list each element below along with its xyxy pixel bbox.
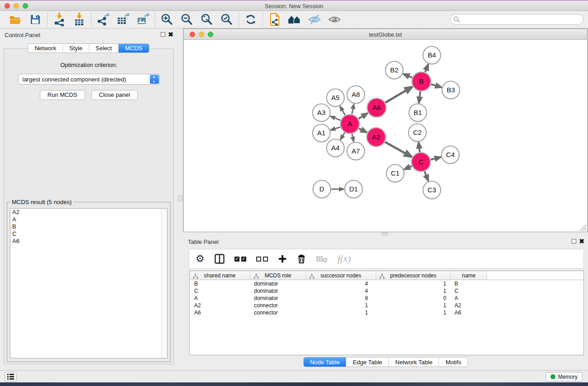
edge-C-C3[interactable] [425,172,428,181]
graph-node-A2[interactable]: A2 [367,128,386,147]
edge-A-A7[interactable] [352,134,354,142]
table-row[interactable]: A2connector11A2 [190,302,583,309]
cell-shared_name[interactable]: A6 [190,309,250,316]
edge-A6-B[interactable] [385,87,412,103]
column-header-name[interactable]: name [451,271,487,280]
edge-A-A1[interactable] [330,127,340,130]
zoom-fit-icon[interactable] [200,12,214,27]
tab-style[interactable]: Style [63,44,89,52]
refresh-icon[interactable] [244,12,258,27]
open-file-icon[interactable] [8,12,23,27]
result-item[interactable]: A [10,216,167,223]
column-header-shared-name[interactable]: shared name [190,271,250,280]
edge-A2-C[interactable] [385,142,412,157]
table-tab-node-table[interactable]: Node Table [304,357,347,367]
table-row[interactable]: Bdominator41B [190,280,583,287]
result-scrollbar[interactable] [161,209,167,358]
edge-B-B1[interactable] [419,91,420,103]
export-network-icon[interactable] [96,12,110,27]
cell-predecessor_nodes[interactable]: 1 [376,280,451,287]
column-header-successor-nodes[interactable]: successor nodes [306,271,376,280]
table-row[interactable]: A6connector11A6 [190,309,583,316]
network-canvas[interactable]: B4B2BB3A5A8A6A3B1AA1C2A2A4A7C4CC1C3DD1 [184,40,587,232]
cell-successor_nodes[interactable]: 8 [306,295,376,302]
export-image-icon[interactable] [136,12,150,27]
show-panel-list-button[interactable] [5,372,17,381]
edge-C-C1[interactable] [404,166,412,170]
table-tab-network-table[interactable]: Network Table [389,357,439,367]
edge-A-A5[interactable] [340,106,345,115]
zoom-selected-icon[interactable] [220,12,234,27]
vertical-splitter[interactable] [177,29,183,370]
cell-successor_nodes[interactable]: 4 [306,280,376,287]
resize-grip-icon[interactable] [580,224,586,231]
zoom-in-icon[interactable] [160,12,174,27]
cell-predecessor_nodes[interactable]: 0 [376,295,451,302]
search-input[interactable] [450,14,583,25]
cell-successor_nodes[interactable]: 1 [306,309,376,316]
edge-C-C4[interactable] [430,157,441,160]
settings-gear-icon[interactable]: ⚙ [196,252,205,266]
memory-button[interactable]: Memory [545,372,583,381]
cell-name[interactable]: B [451,280,487,287]
node-table[interactable]: shared nameMCDS rolesuccessor nodesprede… [189,271,584,355]
result-item[interactable]: A2 [10,209,167,216]
float-table-panel-icon[interactable] [572,239,576,243]
cell-successor_nodes[interactable]: 1 [306,302,376,309]
horizontal-splitter[interactable] [183,232,588,235]
graph-node-D1[interactable]: D1 [345,181,363,198]
edge-C-C2[interactable] [419,142,420,152]
edge-A-A6[interactable] [359,113,368,119]
column-header-MCDS-role[interactable]: MCDS role [250,271,306,280]
network-from-file-icon[interactable] [268,12,282,27]
close-panel-button[interactable]: Close panel [91,90,138,100]
cell-shared_name[interactable]: A2 [190,302,250,309]
graph-node-C2[interactable]: C2 [409,124,426,142]
table-tab-edge-table[interactable]: Edge Table [346,357,389,367]
cell-name[interactable]: A2 [451,302,487,309]
cell-name[interactable]: A [451,295,487,302]
select-all-icon[interactable]: ✓✓ [234,252,246,266]
graph-node-C1[interactable]: C1 [387,165,404,182]
zoom-out-icon[interactable] [180,12,194,27]
edge-A-A3[interactable] [330,116,341,120]
save-session-icon[interactable] [28,12,43,27]
import-network-icon[interactable] [52,12,67,27]
graph-node-A8[interactable]: A8 [347,86,365,104]
graph-node-B1[interactable]: B1 [409,104,427,122]
edge-A-A2[interactable] [359,129,367,133]
graph-node-C3[interactable]: C3 [423,181,441,199]
graph-node-C[interactable]: C [411,152,430,172]
table-row[interactable]: Adominator80A [190,295,583,302]
cell-shared_name[interactable]: B [190,280,250,287]
cell-predecessor_nodes[interactable]: 1 [376,302,451,309]
graph-node-C4[interactable]: C4 [442,146,459,164]
splitter-collapse-handle[interactable] [178,195,182,201]
cell-shared_name[interactable]: C [190,287,250,295]
result-item[interactable]: A6 [10,238,167,245]
result-item[interactable]: C [10,230,167,238]
graph-node-A3[interactable]: A3 [313,104,330,122]
hide-selected-icon[interactable] [307,12,322,27]
graph-node-A7[interactable]: A7 [347,143,365,160]
delete-column-icon[interactable] [297,252,306,266]
table-row[interactable]: Cdominator41C [190,287,583,295]
graph-node-B4[interactable]: B4 [423,47,441,64]
float-panel-icon[interactable] [161,32,165,37]
tab-select[interactable]: Select [89,44,119,52]
graph-node-B[interactable]: B [412,72,431,91]
network-window-titlebar[interactable]: testGlobe.txt [184,29,587,40]
tab-mcds[interactable]: MCDS [119,44,148,52]
criterion-dropdown[interactable]: largest connected component (directed) [18,74,160,85]
home-layout-icon[interactable] [287,12,302,27]
graph-node-A[interactable]: A [340,114,359,133]
graph-node-A1[interactable]: A1 [313,124,330,142]
graph-node-B2[interactable]: B2 [386,62,403,79]
result-item[interactable]: B [10,223,167,230]
close-panel-icon[interactable]: ✖ [168,31,173,38]
graph-node-D[interactable]: D [313,181,331,198]
add-column-icon[interactable] [278,252,287,266]
graph-node-A5[interactable]: A5 [327,89,344,107]
column-header-predecessor-nodes[interactable]: predecessor nodes [376,271,451,280]
cell-mcds_role[interactable]: dominator [250,287,306,295]
